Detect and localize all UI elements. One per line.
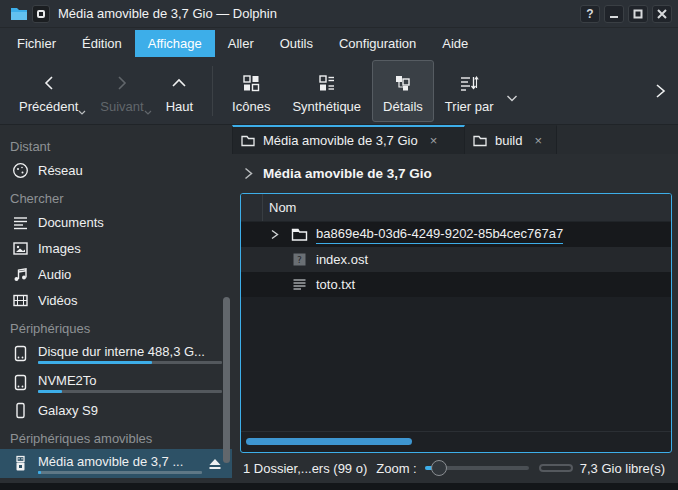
chevron-down-icon — [144, 110, 152, 115]
window-bottom-edge — [0, 483, 678, 490]
sidebar-scrollbar[interactable] — [223, 297, 230, 463]
document-lines-icon — [12, 214, 29, 231]
menu-aller[interactable]: Aller — [215, 30, 267, 57]
compact-view-button[interactable]: Synthétique — [281, 60, 372, 122]
usb-drive-icon — [12, 455, 29, 472]
places-panel: Distant Réseau Chercher Documents — [0, 125, 232, 483]
compact-view-icon — [318, 71, 336, 95]
section-header-distant: Distant — [0, 131, 232, 157]
folder-icon — [241, 135, 255, 147]
section-header-peripheriques: Périphériques — [0, 313, 232, 339]
section-header-peripheriques-amovibles: Périphériques amovibles — [0, 423, 232, 449]
toolbar: Précédent Suivant Haut Icônes — [0, 58, 678, 125]
expander-column — [241, 194, 263, 221]
tabbar: Média amovible de 3,7 Gio × build × — [232, 125, 678, 154]
sort-by-button[interactable]: Trier par — [434, 60, 505, 122]
chevron-right-icon[interactable] — [244, 167, 253, 180]
sidebar-item-images[interactable]: Images — [0, 235, 232, 261]
sidebar-item-galaxy-s9[interactable]: Galaxy S9 — [0, 397, 232, 423]
disk-usage-bar — [38, 390, 222, 393]
maximize-icon — [633, 9, 643, 19]
tab-close-icon[interactable]: × — [428, 133, 440, 148]
up-button[interactable]: Haut — [155, 60, 204, 122]
section-header-chercher: Chercher — [0, 183, 232, 209]
file-row-index-ost[interactable]: ? index.ost — [241, 247, 671, 272]
icons-view-button[interactable]: Icônes — [221, 60, 281, 122]
toolbar-separator — [212, 66, 213, 116]
help-button[interactable]: ? — [580, 5, 600, 23]
sidebar-item-reseau[interactable]: Réseau — [0, 157, 232, 183]
tab-close-icon[interactable]: × — [532, 133, 544, 148]
file-view: Nom ba869e4b-03d6-4249-9202-85b4cec767a7 — [240, 193, 672, 453]
unknown-file-icon: ? — [291, 251, 308, 268]
toolbar-overflow-icon[interactable] — [651, 79, 670, 103]
disk-usage-bar — [38, 471, 202, 474]
chevron-up-icon — [170, 71, 188, 95]
back-button[interactable]: Précédent — [8, 60, 89, 122]
folder-icon — [291, 226, 308, 243]
zoom-slider[interactable] — [425, 460, 529, 476]
breadcrumb: Média amovible de 3,7 Gio — [232, 154, 678, 193]
column-header-row: Nom — [241, 194, 671, 222]
breadcrumb-root[interactable]: Média amovible de 3,7 Gio — [263, 166, 432, 181]
sidebar-item-nvme2to[interactable]: NVME2To — [0, 368, 232, 397]
file-row-folder[interactable]: ba869e4b-03d6-4249-9202-85b4cec767a7 — [241, 222, 671, 247]
details-view-icon — [393, 71, 413, 95]
svg-text:?: ? — [297, 255, 302, 265]
icons-view-icon — [242, 71, 260, 95]
chevron-right-icon — [113, 71, 131, 95]
titlebar: Média amovible de 3,7 Gio — Dolphin ? — [0, 0, 678, 28]
expander-chevron-icon[interactable] — [269, 228, 280, 241]
image-icon — [12, 240, 29, 257]
tab-media-amovible[interactable]: Média amovible de 3,7 Gio × — [232, 125, 465, 154]
close-icon — [657, 9, 667, 19]
close-button[interactable] — [652, 5, 672, 23]
forward-button[interactable]: Suivant — [89, 60, 154, 122]
chevron-down-icon — [78, 110, 86, 115]
details-view-button[interactable]: Détails — [372, 60, 434, 122]
menu-fichier[interactable]: Fichier — [4, 30, 69, 57]
hard-drive-icon — [12, 345, 29, 362]
sidebar-item-disque-dur-interne[interactable]: Disque dur interne 488,3 G... — [0, 339, 232, 368]
zoom-label: Zoom : — [376, 461, 416, 476]
zoom-slider-handle[interactable] — [431, 460, 447, 476]
maximize-button[interactable] — [628, 5, 648, 23]
file-name[interactable]: ba869e4b-03d6-4249-9202-85b4cec767a7 — [316, 225, 563, 244]
film-icon — [12, 292, 29, 309]
tab-build[interactable]: build × — [465, 125, 557, 154]
file-name[interactable]: toto.txt — [316, 276, 355, 293]
minimize-icon — [609, 9, 619, 19]
network-icon — [12, 162, 29, 179]
sort-caret-icon[interactable] — [506, 95, 518, 102]
menu-aide[interactable]: Aide — [429, 30, 481, 57]
capacity-bar — [539, 464, 573, 472]
disk-usage-bar — [38, 361, 222, 364]
folder-icon — [473, 135, 487, 147]
column-header-nom[interactable]: Nom — [263, 200, 296, 215]
menubar: Fichier Édition Affichage Aller Outils C… — [0, 28, 678, 58]
file-name[interactable]: index.ost — [316, 251, 368, 268]
sidebar-item-documents[interactable]: Documents — [0, 209, 232, 235]
menu-configuration[interactable]: Configuration — [326, 30, 429, 57]
minimize-button[interactable] — [604, 5, 624, 23]
file-row-toto-txt[interactable]: toto.txt — [241, 272, 671, 297]
sidebar-item-audio[interactable]: Audio — [0, 261, 232, 287]
eject-icon[interactable] — [208, 458, 222, 470]
music-note-icon — [12, 266, 29, 283]
free-space-label: 7,3 Gio libre(s) — [580, 461, 665, 476]
menu-affichage[interactable]: Affichage — [135, 30, 215, 57]
horizontal-scrollbar-track[interactable] — [241, 431, 671, 452]
sidebar-item-media-amovible[interactable]: Média amovible de 3,7 ... — [0, 449, 232, 478]
sidebar-item-videos[interactable]: Vidéos — [0, 287, 232, 313]
file-rows: ba869e4b-03d6-4249-9202-85b4cec767a7 ? i… — [241, 222, 671, 431]
chevron-left-icon — [40, 71, 58, 95]
hard-drive-icon — [12, 374, 29, 391]
smartphone-icon — [12, 402, 29, 419]
menu-outils[interactable]: Outils — [267, 30, 326, 57]
window-title: Média amovible de 3,7 Gio — Dolphin — [58, 6, 576, 21]
statusbar: 1 Dossier,...ers (99 o) Zoom : 7,3 Gio l… — [232, 453, 678, 483]
menu-edition[interactable]: Édition — [69, 30, 135, 57]
sort-icon — [459, 71, 479, 95]
horizontal-scrollbar-thumb[interactable] — [246, 438, 412, 445]
removable-media-icon — [32, 5, 50, 23]
